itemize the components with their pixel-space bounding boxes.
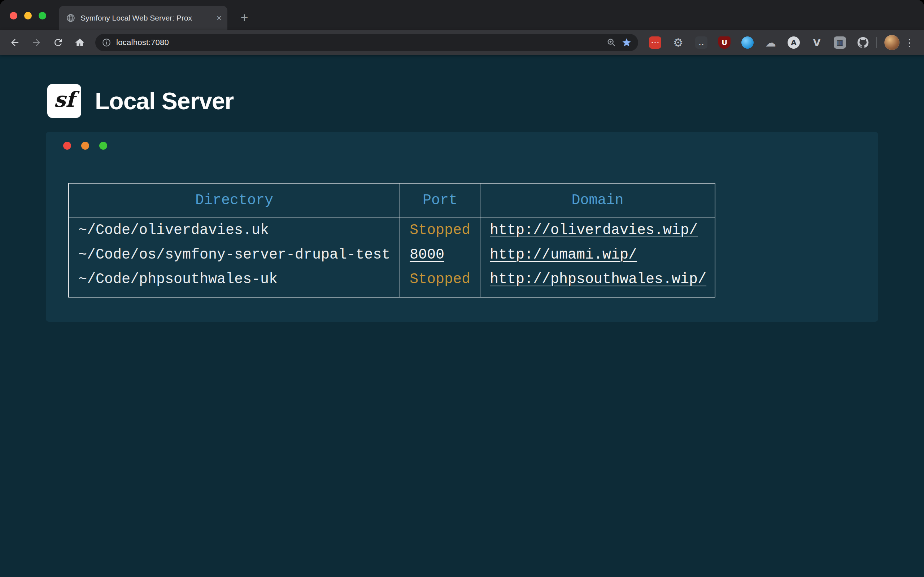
extension-github-icon[interactable] bbox=[857, 36, 869, 49]
extension-tampermonkey-icon[interactable]: ‥ bbox=[695, 36, 708, 49]
domain-column: Domain http://oliverdavies.wip/ http://u… bbox=[480, 184, 715, 297]
port-column: Port Stopped 8000 Stopped bbox=[399, 184, 480, 297]
directory-column: Directory ~/Code/oliverdavies.uk ~/Code/… bbox=[69, 184, 399, 297]
profile-avatar[interactable] bbox=[884, 35, 900, 50]
domain-link[interactable]: http://umami.wip/ bbox=[490, 247, 637, 263]
symfony-logo: sf bbox=[47, 84, 81, 118]
toolbar-separator bbox=[876, 37, 877, 48]
port-status: Stopped bbox=[400, 267, 480, 292]
domain-link[interactable]: http://oliverdavies.wip/ bbox=[490, 222, 698, 239]
tab-favicon-globe-icon bbox=[66, 13, 76, 23]
browser-toolbar: localhost:7080 ⋯ ⚙ ‥ U ☁ A V ▥ bbox=[0, 30, 924, 55]
bookmark-star-icon[interactable] bbox=[622, 37, 632, 48]
extension-gear-icon[interactable]: ⚙ bbox=[672, 36, 684, 49]
site-info-icon[interactable] bbox=[102, 38, 111, 47]
panel-red-dot bbox=[63, 142, 71, 150]
server-panel: Directory ~/Code/oliverdavies.uk ~/Code/… bbox=[46, 132, 878, 322]
port-header: Port bbox=[400, 184, 480, 218]
browser-window: Symfony Local Web Server: Prox × + bbox=[0, 0, 924, 577]
extensions-row: ⋯ ⚙ ‥ U ☁ A V ▥ bbox=[649, 36, 869, 49]
port-status: Stopped bbox=[400, 218, 480, 243]
close-window-button[interactable] bbox=[10, 12, 17, 19]
tab-title: Symfony Local Web Server: Prox bbox=[81, 14, 212, 23]
extension-vimium-icon[interactable]: V bbox=[811, 36, 823, 49]
minimize-window-button[interactable] bbox=[24, 12, 32, 19]
browser-tab[interactable]: Symfony Local Web Server: Prox × bbox=[59, 6, 228, 30]
domain-link[interactable]: http://phpsouthwales.wip/ bbox=[490, 271, 706, 287]
address-bar[interactable]: localhost:7080 bbox=[95, 34, 638, 51]
extension-gray-square-icon[interactable]: ▥ bbox=[834, 36, 846, 49]
browser-menu-icon[interactable]: ⋮ bbox=[901, 35, 918, 50]
domain-link-cell: http://umami.wip/ bbox=[480, 243, 715, 267]
extension-blue-circle-icon[interactable] bbox=[741, 36, 754, 49]
directory-header: Directory bbox=[69, 184, 399, 218]
zoom-window-button[interactable] bbox=[39, 12, 46, 19]
new-tab-button[interactable]: + bbox=[234, 8, 254, 27]
reload-icon[interactable] bbox=[48, 33, 68, 52]
forward-icon[interactable] bbox=[27, 33, 46, 52]
domain-header: Domain bbox=[480, 184, 715, 218]
window-controls bbox=[10, 12, 46, 19]
panel-window-dots bbox=[63, 142, 107, 150]
page-title: Local Server bbox=[95, 87, 234, 115]
table-row-directory: ~/Code/os/symfony-server-drupal-test bbox=[69, 243, 399, 267]
panel-orange-dot bbox=[81, 142, 89, 150]
url-text[interactable]: localhost:7080 bbox=[116, 38, 169, 47]
back-icon[interactable] bbox=[5, 33, 24, 52]
page-header: sf Local Server bbox=[47, 84, 234, 118]
extension-letter-a-icon[interactable]: A bbox=[788, 36, 800, 49]
panel-green-dot bbox=[99, 142, 107, 150]
page-content: sf Local Server Directory ~/Code/oliverd… bbox=[0, 55, 924, 577]
extension-red-dots-icon[interactable]: ⋯ bbox=[649, 36, 661, 49]
table-row-directory: ~/Code/phpsouthwales-uk bbox=[69, 267, 399, 292]
home-icon[interactable] bbox=[70, 33, 89, 52]
table-row-directory: ~/Code/oliverdavies.uk bbox=[69, 218, 399, 243]
port-link[interactable]: 8000 bbox=[410, 247, 444, 263]
extension-cloud-icon[interactable]: ☁ bbox=[764, 36, 777, 49]
port-link-cell: 8000 bbox=[400, 243, 480, 267]
domain-link-cell: http://oliverdavies.wip/ bbox=[480, 218, 715, 243]
extension-ublock-icon[interactable]: U bbox=[718, 36, 730, 49]
domain-link-cell: http://phpsouthwales.wip/ bbox=[480, 267, 715, 292]
zoom-magnifier-icon[interactable] bbox=[606, 37, 617, 48]
servers-table: Directory ~/Code/oliverdavies.uk ~/Code/… bbox=[68, 183, 716, 298]
tab-close-icon[interactable]: × bbox=[216, 14, 221, 23]
tab-strip: Symfony Local Web Server: Prox × + bbox=[0, 0, 924, 30]
